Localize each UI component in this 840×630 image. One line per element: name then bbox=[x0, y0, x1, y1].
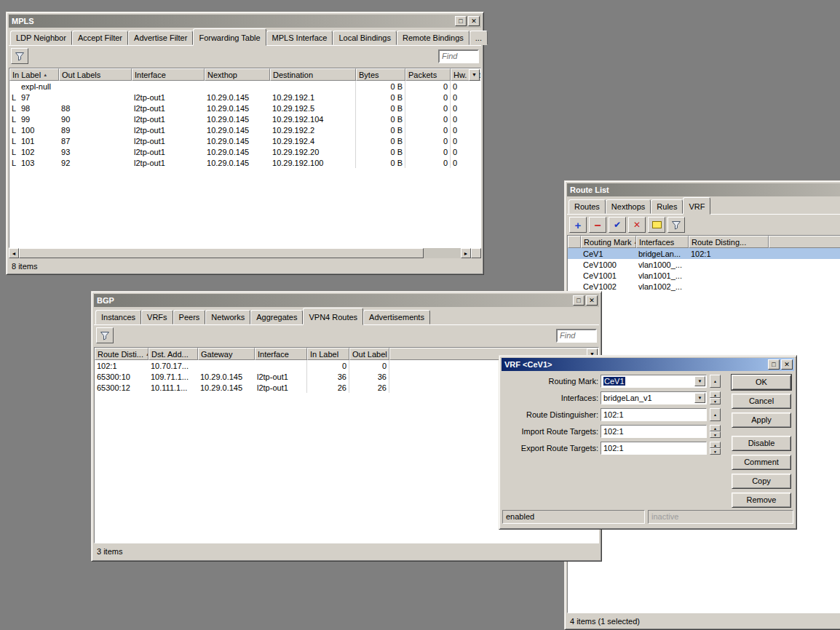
cell-fill[interactable] bbox=[769, 248, 840, 259]
cell-nexthop[interactable]: 10.29.0.145 bbox=[205, 113, 270, 124]
cell-iface[interactable] bbox=[132, 81, 205, 92]
comment-button[interactable] bbox=[648, 217, 665, 233]
cell-flag[interactable]: L bbox=[9, 135, 19, 146]
close-icon[interactable]: ✕ bbox=[468, 16, 480, 26]
tab-accept-filter[interactable]: Accept Filter bbox=[72, 31, 128, 45]
cell-packets[interactable]: 0 bbox=[405, 157, 451, 168]
cell-out[interactable]: 92 bbox=[59, 157, 132, 168]
cell-rd[interactable]: 102:1 bbox=[689, 248, 769, 259]
cell-hw[interactable]: 0 bbox=[451, 92, 481, 103]
tab-aggregates[interactable]: Aggregates bbox=[250, 310, 303, 324]
column-header-packets[interactable]: Packets bbox=[405, 68, 451, 81]
tab-vpn4-routes[interactable]: VPN4 Routes bbox=[303, 308, 363, 325]
cell-nexthop[interactable]: 10.29.0.145 bbox=[205, 146, 270, 157]
column-header-interface[interactable]: Interface bbox=[132, 68, 205, 81]
remove-button[interactable]: − bbox=[589, 217, 606, 233]
cell-iface[interactable]: l2tp-out1 bbox=[132, 135, 205, 146]
column-header-interfaces[interactable]: Interfaces bbox=[636, 236, 689, 248]
cell-packets[interactable]: 0 bbox=[405, 135, 451, 146]
cell-rd[interactable]: 65300:10 bbox=[95, 371, 148, 382]
interfaces-field[interactable]: bridgeLan_v1 ▼ bbox=[601, 391, 707, 404]
cell-in[interactable]: 98 bbox=[19, 103, 59, 113]
cell-hw[interactable]: 0 bbox=[451, 157, 481, 168]
column-header-routing-mark[interactable]: Routing Mark▲ bbox=[581, 236, 636, 248]
column-header-gateway[interactable]: Gateway bbox=[198, 348, 255, 360]
scroll-left-icon[interactable]: ◄ bbox=[9, 248, 19, 258]
cell-packets[interactable]: 0 bbox=[405, 92, 451, 103]
cell-nexthop[interactable]: 10.29.0.145 bbox=[205, 157, 270, 168]
cell-iface[interactable]: l2tp-out1 bbox=[132, 124, 205, 135]
cell-hw[interactable]: 0 bbox=[451, 135, 481, 146]
mpls-titlebar[interactable]: MPLS □ ✕ bbox=[9, 15, 481, 28]
cell-mark[interactable]: CeV1000 bbox=[581, 259, 636, 270]
horizontal-scrollbar[interactable]: ◄ ► bbox=[9, 248, 481, 258]
tab-advertisements[interactable]: Advertisements bbox=[363, 310, 430, 324]
table-row[interactable]: L10392l2tp-out110.29.0.14510.29.192.1000… bbox=[9, 157, 481, 168]
cell-hw[interactable]: 0 bbox=[451, 113, 481, 124]
table-row[interactable]: CeV1000vlan1000_... bbox=[568, 259, 840, 270]
comment-button[interactable]: Comment bbox=[732, 455, 791, 470]
cell-iface[interactable]: l2tp-out1 bbox=[132, 92, 205, 103]
cell-out[interactable]: 88 bbox=[59, 103, 132, 113]
cell-rd[interactable]: 65300:12 bbox=[95, 382, 148, 393]
export-route-targets-updown-button[interactable]: ▲ ▼ bbox=[710, 442, 721, 455]
cell-out[interactable]: 90 bbox=[59, 113, 132, 124]
table-row[interactable]: expl-null0 B00 bbox=[9, 81, 481, 92]
cell-gateway[interactable]: 10.29.0.145 bbox=[198, 382, 255, 393]
column-header-route-distinguisher[interactable]: Route Disting... bbox=[689, 236, 769, 248]
interfaces-updown-button[interactable]: ▲ ▼ bbox=[710, 391, 721, 404]
table-row[interactable]: L10293l2tp-out110.29.0.14510.29.192.200 … bbox=[9, 146, 481, 157]
column-header-bytes[interactable]: Bytes bbox=[356, 68, 405, 81]
maximize-icon[interactable]: □ bbox=[573, 295, 585, 306]
scroll-right-icon[interactable]: ► bbox=[461, 248, 471, 258]
filter-button[interactable] bbox=[667, 217, 685, 233]
cell-ifaces[interactable]: bridgeLan... bbox=[636, 248, 689, 259]
scrollbar-thumb[interactable] bbox=[19, 248, 424, 258]
cell-dst[interactable]: 10.111.1... bbox=[148, 382, 198, 393]
cell-in[interactable]: 100 bbox=[19, 124, 59, 135]
cell-dest[interactable]: 10.29.192.5 bbox=[270, 103, 356, 113]
cell-fill[interactable] bbox=[769, 281, 840, 292]
tab-vrf[interactable]: VRF bbox=[683, 197, 710, 215]
cell-out_label[interactable]: 26 bbox=[349, 382, 389, 393]
disable-button[interactable]: ✕ bbox=[628, 217, 646, 233]
cell-dst[interactable]: 10.70.17... bbox=[148, 360, 198, 371]
maximize-icon[interactable]: □ bbox=[455, 16, 467, 26]
enable-button[interactable]: ✔ bbox=[609, 217, 626, 233]
column-header-route-distinguisher[interactable]: Route Disti...▲ bbox=[95, 348, 148, 360]
vrf-dialog-titlebar[interactable]: VRF <CeV1> □ ✕ bbox=[502, 358, 794, 371]
import-route-targets-field[interactable]: 102:1 bbox=[601, 425, 707, 438]
cell-fill[interactable] bbox=[769, 270, 840, 281]
cell-rd[interactable]: 102:1 bbox=[95, 360, 148, 371]
cell-hw[interactable]: 0 bbox=[451, 146, 481, 157]
column-header-dst-address[interactable]: Dst. Add... bbox=[148, 348, 198, 360]
column-header-in-label[interactable]: In Label▲ bbox=[9, 68, 59, 81]
cell-ifaces[interactable]: vlan1000_... bbox=[636, 259, 689, 270]
cell-nexthop[interactable]: 10.29.0.145 bbox=[205, 124, 270, 135]
cell-iface[interactable] bbox=[255, 360, 307, 371]
cell-in[interactable]: 97 bbox=[19, 92, 59, 103]
cell-flag[interactable]: L bbox=[9, 157, 19, 168]
column-header-out-label[interactable]: Out Label bbox=[349, 348, 389, 360]
copy-button[interactable]: Copy bbox=[732, 474, 791, 489]
cell-nexthop[interactable]: 10.29.0.145 bbox=[205, 92, 270, 103]
tab-routes[interactable]: Routes bbox=[568, 199, 606, 214]
cell-dest[interactable]: 10.29.192.4 bbox=[270, 135, 356, 146]
route-list-titlebar[interactable]: Route List □ ✕ bbox=[567, 183, 840, 196]
tab-nexthops[interactable]: Nexthops bbox=[606, 199, 651, 214]
cell-bytes[interactable]: 0 B bbox=[356, 103, 405, 113]
cell-iface[interactable]: l2tp-out1 bbox=[132, 157, 205, 168]
table-row[interactable]: L10187l2tp-out110.29.0.14510.29.192.40 B… bbox=[9, 135, 481, 146]
cell-out[interactable]: 87 bbox=[59, 135, 132, 146]
cell-gateway[interactable] bbox=[198, 360, 255, 371]
cell-flag[interactable]: L bbox=[9, 92, 19, 103]
cell-dest[interactable]: 10.29.192.2 bbox=[270, 124, 356, 135]
remove-button[interactable]: Remove bbox=[732, 493, 791, 508]
cell-nexthop[interactable]: 10.29.0.145 bbox=[205, 135, 270, 146]
cell-flag[interactable]: L bbox=[9, 113, 19, 124]
cell-bytes[interactable]: 0 B bbox=[356, 146, 405, 157]
tab-remote-bindings[interactable]: Remote Bindings bbox=[397, 31, 469, 45]
cell-packets[interactable]: 0 bbox=[405, 103, 451, 113]
cell-in_label[interactable]: 26 bbox=[307, 382, 349, 393]
tab-instances[interactable]: Instances bbox=[95, 310, 141, 324]
